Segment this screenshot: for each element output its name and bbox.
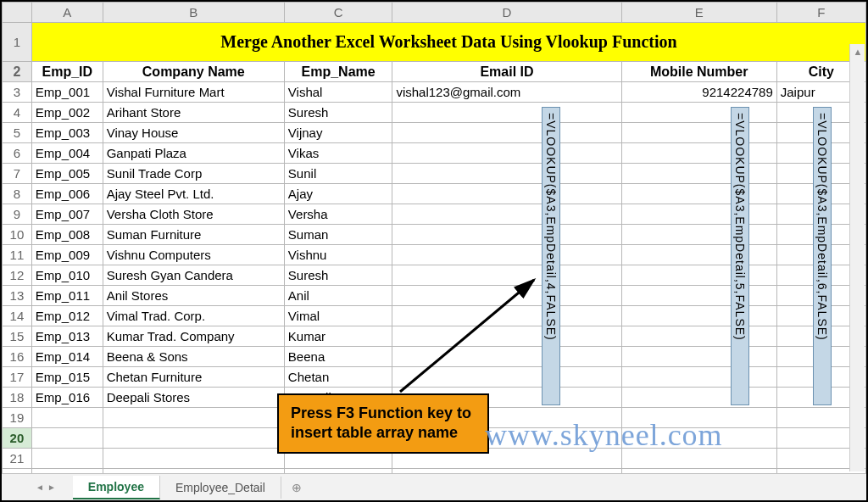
cell[interactable]: Suresh — [284, 103, 392, 123]
col-header-c[interactable]: C — [284, 3, 392, 23]
cell[interactable]: Emp_007 — [31, 204, 103, 225]
cell[interactable]: Chetan Furniture — [103, 367, 284, 388]
sheet-title[interactable]: Merge Another Excel Worksheet Data Using… — [31, 23, 865, 62]
row-header[interactable]: 21 — [3, 449, 32, 469]
cell[interactable]: Vimal — [284, 306, 392, 326]
row-header[interactable]: 4 — [3, 103, 32, 123]
cell[interactable] — [621, 306, 776, 326]
cell[interactable] — [621, 103, 776, 123]
header-email[interactable]: Email ID — [392, 62, 621, 82]
row-header[interactable]: 15 — [3, 326, 32, 347]
cell[interactable] — [31, 428, 103, 449]
cell[interactable]: Ajay — [284, 184, 392, 204]
row-header[interactable]: 10 — [3, 225, 32, 245]
cell[interactable]: Vishnu — [284, 245, 392, 265]
header-mobile[interactable]: Mobile Number — [621, 62, 776, 82]
row-header-1[interactable]: 1 — [3, 23, 32, 62]
cell[interactable]: 9214224789 — [621, 82, 776, 103]
row-header[interactable]: 3 — [3, 82, 32, 103]
cell[interactable]: Emp_014 — [31, 347, 103, 367]
row-header[interactable]: 16 — [3, 347, 32, 367]
nav-prev-icon[interactable]: ◄ — [36, 482, 44, 492]
cell[interactable] — [103, 449, 284, 469]
cell[interactable] — [392, 326, 621, 347]
cell[interactable] — [621, 204, 776, 225]
cell[interactable]: Emp_012 — [31, 306, 103, 326]
cell[interactable] — [392, 286, 621, 306]
cell[interactable]: Versha — [284, 204, 392, 225]
cell[interactable] — [392, 184, 621, 204]
cell[interactable]: Emp_015 — [31, 367, 103, 388]
cell[interactable]: Emp_001 — [31, 82, 103, 103]
cell[interactable] — [621, 286, 776, 306]
cell[interactable]: Beena & Sons — [103, 347, 284, 367]
row-header[interactable]: 9 — [3, 204, 32, 225]
row-header[interactable]: 14 — [3, 306, 32, 326]
cell[interactable]: Emp_006 — [31, 184, 103, 204]
cell[interactable]: Versha Cloth Store — [103, 204, 284, 225]
col-header-d[interactable]: D — [392, 3, 621, 23]
cell[interactable] — [621, 123, 776, 143]
row-header[interactable]: 19 — [3, 408, 32, 428]
row-header[interactable]: 11 — [3, 245, 32, 265]
cell[interactable] — [392, 204, 621, 225]
nav-next-icon[interactable]: ► — [47, 482, 56, 492]
row-header[interactable]: 7 — [3, 164, 32, 184]
cell[interactable]: vishal123@gmail.com — [392, 82, 621, 103]
cell[interactable] — [621, 184, 776, 204]
cell[interactable] — [31, 408, 103, 428]
cell[interactable]: Emp_004 — [31, 143, 103, 164]
row-header[interactable]: 6 — [3, 143, 32, 164]
vertical-scrollbar[interactable]: ▲ — [849, 44, 865, 471]
cell[interactable]: Vishnu Computers — [103, 245, 284, 265]
cell[interactable] — [621, 164, 776, 184]
cell[interactable]: Beena — [284, 347, 392, 367]
cell[interactable]: Vishal Furniture Mart — [103, 82, 284, 103]
cell[interactable]: Sunil — [284, 164, 392, 184]
select-all-corner[interactable] — [3, 3, 32, 23]
cell[interactable]: Vimal Trad. Corp. — [103, 306, 284, 326]
tab-employee[interactable]: Employee — [73, 476, 160, 499]
cell[interactable] — [103, 428, 284, 449]
cell[interactable]: Ganpati Plaza — [103, 143, 284, 164]
cell[interactable] — [392, 265, 621, 286]
cell[interactable]: Kumar Trad. Company — [103, 326, 284, 347]
row-header[interactable]: 5 — [3, 123, 32, 143]
row-header[interactable]: 18 — [3, 388, 32, 408]
cell[interactable] — [392, 103, 621, 123]
cell[interactable]: Emp_010 — [31, 265, 103, 286]
cell[interactable]: Anil Stores — [103, 286, 284, 306]
cell[interactable]: Kumar — [284, 326, 392, 347]
cell[interactable] — [392, 245, 621, 265]
scroll-up-icon[interactable]: ▲ — [850, 44, 865, 59]
cell[interactable]: Emp_009 — [31, 245, 103, 265]
cell[interactable]: Deepali Stores — [103, 388, 284, 408]
cell[interactable]: Anil — [284, 286, 392, 306]
cell[interactable] — [392, 164, 621, 184]
row-header[interactable]: 12 — [3, 265, 32, 286]
cell[interactable] — [621, 388, 776, 408]
row-header[interactable]: 20 — [3, 428, 32, 449]
cell[interactable] — [621, 367, 776, 388]
cell[interactable]: Emp_003 — [31, 123, 103, 143]
col-header-f[interactable]: F — [776, 3, 865, 23]
cell[interactable]: Sunil Trade Corp — [103, 164, 284, 184]
cell[interactable]: Emp_011 — [31, 286, 103, 306]
cell[interactable]: Ajay Steel Pvt. Ltd. — [103, 184, 284, 204]
header-empname[interactable]: Emp_Name — [284, 62, 392, 82]
row-header-2[interactable]: 2 — [3, 62, 32, 82]
header-company[interactable]: Company Name — [103, 62, 284, 82]
cell[interactable]: Suresh Gyan Candera — [103, 265, 284, 286]
cell[interactable]: Vijnay — [284, 123, 392, 143]
cell[interactable] — [392, 123, 621, 143]
cell[interactable]: Emp_002 — [31, 103, 103, 123]
cell[interactable] — [392, 225, 621, 245]
cell[interactable] — [621, 245, 776, 265]
cell[interactable]: Vishal — [284, 82, 392, 103]
col-header-b[interactable]: B — [103, 3, 284, 23]
cell[interactable]: Suresh — [284, 265, 392, 286]
cell[interactable]: Emp_008 — [31, 225, 103, 245]
row-header[interactable]: 17 — [3, 367, 32, 388]
cell[interactable] — [103, 408, 284, 428]
cell[interactable] — [621, 143, 776, 164]
